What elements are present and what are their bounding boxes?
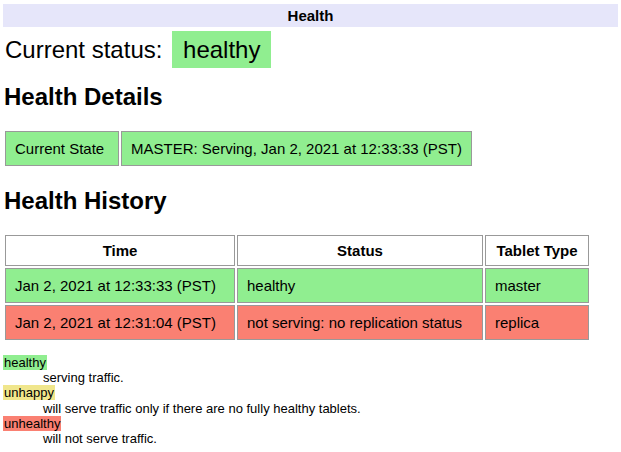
status-cell: healthy — [237, 268, 483, 303]
current-status-label: Current status: — [5, 36, 162, 63]
tablet-type-cell: master — [485, 268, 589, 303]
column-header-tablet-type: Tablet Type — [485, 235, 589, 266]
current-state-value-cell: MASTER: Serving, Jan 2, 2021 at 12:33:33… — [121, 131, 472, 166]
current-state-label-cell: Current State — [5, 131, 119, 166]
column-header-status: Status — [237, 235, 483, 266]
tablet-type-cell: replica — [485, 305, 589, 340]
page-header: Health — [3, 4, 618, 27]
health-details-table: Current State MASTER: Serving, Jan 2, 20… — [3, 129, 474, 168]
time-cell: Jan 2, 2021 at 12:33:33 (PST) — [5, 268, 235, 303]
current-status-line: Current status: healthy — [5, 36, 618, 64]
history-row: Jan 2, 2021 at 12:33:33 (PST) healthy ma… — [5, 268, 589, 303]
history-row: Jan 2, 2021 at 12:31:04 (PST) not servin… — [5, 305, 589, 340]
health-details-heading: Health Details — [4, 83, 618, 111]
legend-term-unhealthy: unhealthy — [3, 416, 618, 431]
legend-description: serving traffic. — [43, 370, 618, 385]
health-history-heading: Health History — [4, 187, 618, 215]
current-status-value: healthy — [172, 31, 271, 68]
legend-term-chip: unhealthy — [3, 416, 61, 431]
legend: healthy serving traffic. unhappy will se… — [3, 355, 618, 446]
status-cell: not serving: no replication status — [237, 305, 483, 340]
legend-description: will not serve traffic. — [43, 431, 618, 446]
history-header-row: Time Status Tablet Type — [5, 235, 589, 266]
legend-term-unhappy: unhappy — [3, 385, 618, 400]
time-cell: Jan 2, 2021 at 12:31:04 (PST) — [5, 305, 235, 340]
legend-term-chip: healthy — [3, 355, 47, 370]
page-title: Health — [288, 7, 334, 24]
health-history-table: Time Status Tablet Type Jan 2, 2021 at 1… — [3, 233, 591, 342]
legend-description: will serve traffic only if there are no … — [43, 401, 618, 416]
current-state-row: Current State MASTER: Serving, Jan 2, 20… — [5, 131, 472, 166]
column-header-time: Time — [5, 235, 235, 266]
legend-term-chip: unhappy — [3, 385, 55, 400]
legend-term-healthy: healthy — [3, 355, 618, 370]
